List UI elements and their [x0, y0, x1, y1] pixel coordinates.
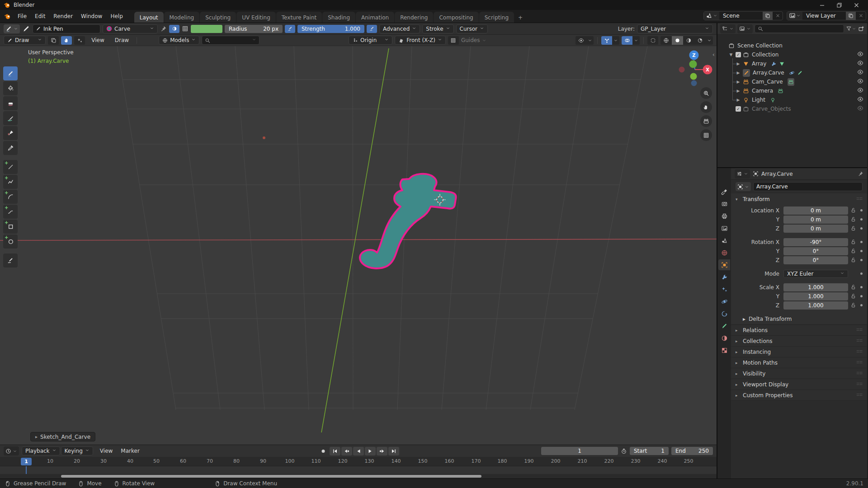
radius-pressure-toggle[interactable]: [285, 25, 295, 33]
outliner-row-camera[interactable]: ▶Camera: [717, 86, 867, 95]
animate-dot[interactable]: [858, 227, 864, 230]
new-scene-button[interactable]: [763, 12, 773, 20]
properties-tab-texture[interactable]: [718, 345, 730, 356]
close-button[interactable]: [848, 1, 864, 9]
radius-slider[interactable]: Radius20 px: [225, 25, 283, 33]
properties-tab-physics[interactable]: [718, 296, 730, 307]
view-layer-browse-button[interactable]: [787, 12, 802, 20]
shading-rendered-button[interactable]: [694, 36, 706, 45]
brush-icon[interactable]: [22, 25, 30, 33]
transform-value-field[interactable]: 1.000: [783, 301, 848, 310]
play-reverse-button[interactable]: [353, 447, 364, 455]
layer-dropdown[interactable]: GP_Layer: [637, 24, 713, 33]
workspace-tab-layout[interactable]: Layout: [134, 12, 164, 23]
unlink-scene-button[interactable]: [773, 12, 783, 20]
transform-value-field[interactable]: 0°: [783, 256, 848, 264]
timeline-ruler[interactable]: 1 10203040506070809010011012013014015016…: [0, 457, 717, 466]
outliner-item-label[interactable]: Array: [751, 61, 767, 67]
transform-value-field[interactable]: 0 m: [783, 216, 848, 224]
tool-tint-button[interactable]: [3, 111, 18, 125]
new-view-layer-button[interactable]: [846, 12, 856, 20]
shading-wireframe-button[interactable]: [660, 36, 672, 45]
visibility-dropdown[interactable]: [576, 36, 594, 45]
dropdown-advanced[interactable]: Advanced: [379, 24, 420, 33]
outliner-item-label[interactable]: Cam_Carve: [751, 79, 784, 85]
material-dropdown[interactable]: Carve: [103, 24, 158, 33]
outliner-filter-button[interactable]: [846, 25, 856, 32]
strength-pressure-toggle[interactable]: [367, 25, 377, 33]
workspace-tab-animation[interactable]: Animation: [356, 12, 394, 23]
tool-draw-button[interactable]: [3, 66, 18, 80]
outliner-item-label[interactable]: Scene Collection: [736, 42, 783, 49]
perspective-toggle-button[interactable]: [700, 129, 712, 141]
properties-tab-modifiers[interactable]: [718, 272, 730, 282]
play-button[interactable]: [365, 447, 376, 455]
properties-tab-data[interactable]: [718, 320, 730, 331]
lock-icon[interactable]: [848, 284, 858, 291]
pin-material-button[interactable]: [160, 25, 167, 32]
search-input[interactable]: [202, 36, 259, 45]
lock-icon[interactable]: [848, 302, 858, 309]
workspace-tab-sculpting[interactable]: Sculpting: [200, 12, 236, 23]
tool-eyedropper-button[interactable]: [3, 141, 18, 155]
guides-toggle[interactable]: [448, 36, 459, 45]
multiframe-toggle[interactable]: [48, 36, 59, 45]
panel-relations[interactable]: ▸Relations: [731, 325, 867, 336]
editor-type-button[interactable]: [4, 446, 19, 455]
shading-dropdown[interactable]: [706, 36, 713, 45]
menu-file[interactable]: File: [14, 11, 31, 21]
drag-grip-icon[interactable]: [856, 359, 863, 367]
operator-panel[interactable]: ▸ Sketch_And_Carve: [30, 432, 95, 441]
outliner-search-input[interactable]: [755, 24, 844, 33]
restore-button[interactable]: [831, 1, 847, 9]
active-tool-button[interactable]: [4, 24, 20, 33]
object-id-browse-button[interactable]: [736, 182, 751, 191]
collection-checkbox[interactable]: ✓: [736, 106, 741, 112]
outliner-row-scene-collection[interactable]: Scene Collection: [717, 41, 867, 50]
properties-tab-tool[interactable]: [718, 186, 730, 197]
tool-cutter-button[interactable]: [3, 126, 18, 140]
hide-in-viewport-toggle[interactable]: [857, 96, 863, 104]
outliner-row-carve-objects[interactable]: ✓Carve_Objects: [717, 104, 867, 113]
menu-help[interactable]: Help: [106, 11, 127, 21]
properties-tab-scene[interactable]: [718, 235, 730, 246]
hide-in-viewport-toggle[interactable]: [857, 105, 863, 113]
properties-tab-output[interactable]: [718, 211, 730, 221]
workspace-tab-modeling[interactable]: Modeling: [164, 12, 200, 23]
workspace-tab-scripting[interactable]: Scripting: [479, 12, 514, 23]
drag-grip-icon[interactable]: [856, 391, 863, 399]
brush-name-field[interactable]: Ink Pen: [33, 24, 100, 33]
use-preview-range-toggle[interactable]: [621, 448, 627, 455]
outliner-row-array[interactable]: ▶Array: [717, 59, 867, 68]
pan-button[interactable]: [700, 101, 712, 113]
minimize-button[interactable]: [814, 1, 830, 9]
tool-circle-button[interactable]: +: [3, 235, 18, 249]
lock-icon[interactable]: [848, 207, 858, 214]
workspace-tab-uv-editing[interactable]: UV Editing: [236, 12, 276, 23]
transform-value-field[interactable]: 1.000: [783, 292, 848, 300]
drag-grip-icon[interactable]: [856, 348, 863, 356]
tool-line-button[interactable]: +: [3, 160, 18, 174]
properties-tab-world[interactable]: [718, 247, 730, 258]
menu-draw[interactable]: Draw: [111, 35, 133, 45]
dropdown-playback[interactable]: Playback: [22, 446, 60, 455]
panel-motion-paths[interactable]: ▸Motion Paths: [731, 357, 867, 368]
viewport-canvas[interactable]: [0, 35, 717, 445]
blender-menu-icon[interactable]: [2, 13, 13, 20]
tool-interpolate-button[interactable]: [3, 253, 18, 267]
timeline-scrollbar-thumb[interactable]: [61, 475, 481, 478]
delta-transform-subpanel[interactable]: ▸ Delta Transform: [731, 314, 867, 324]
pin-id-button[interactable]: [858, 170, 863, 177]
transform-panel-header[interactable]: ▾ Transform: [731, 193, 867, 205]
properties-tab-render[interactable]: [718, 198, 730, 209]
current-frame-badge[interactable]: 1: [21, 458, 32, 465]
lock-icon[interactable]: [848, 225, 858, 232]
strength-slider[interactable]: Strength1.000: [297, 25, 364, 33]
view-layer-name[interactable]: View Layer: [802, 13, 846, 19]
panel-visibility[interactable]: ▸Visibility: [731, 368, 867, 379]
menu-view[interactable]: View: [87, 35, 108, 45]
lock-icon[interactable]: [848, 248, 858, 254]
outliner-item-label[interactable]: Camera: [751, 88, 774, 94]
workspace-tab-rendering[interactable]: Rendering: [395, 12, 433, 23]
scene-browse-button[interactable]: [704, 12, 719, 20]
